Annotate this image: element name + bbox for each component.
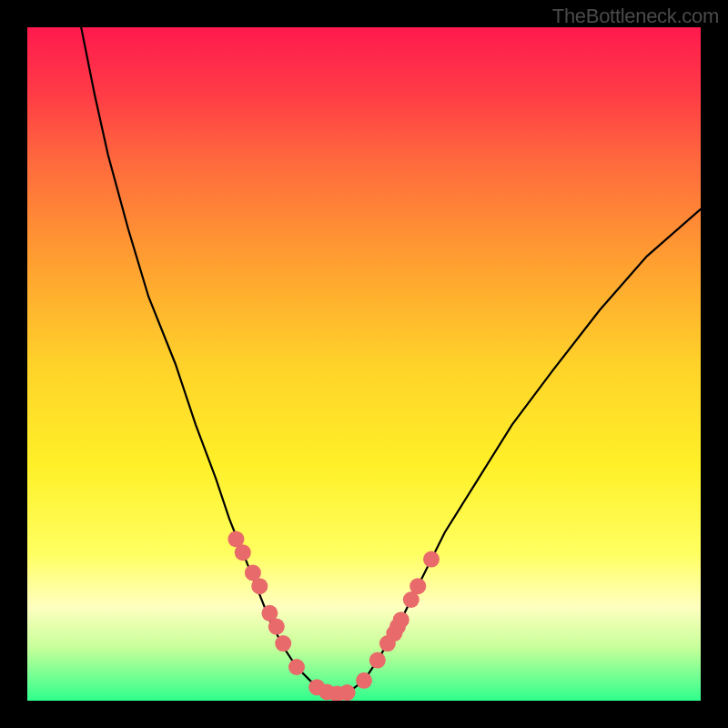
marker-dot (410, 578, 426, 594)
marker-dot (268, 619, 285, 635)
marker-dot (356, 672, 372, 689)
marker-dot (251, 578, 268, 594)
marker-dot (235, 544, 251, 561)
marker-dot (288, 659, 305, 675)
bottleneck-curve (81, 27, 701, 694)
watermark-text: TheBottleneck.com (552, 5, 719, 28)
marker-dot (423, 551, 440, 568)
plot-area (27, 27, 701, 701)
marker-dot (339, 684, 356, 701)
marker-dot (393, 612, 410, 628)
chart-frame: TheBottleneck.com (0, 0, 728, 728)
marker-dot (369, 652, 386, 669)
curve-overlay (27, 27, 701, 701)
marker-dot (275, 635, 291, 652)
highlight-markers (228, 531, 440, 701)
